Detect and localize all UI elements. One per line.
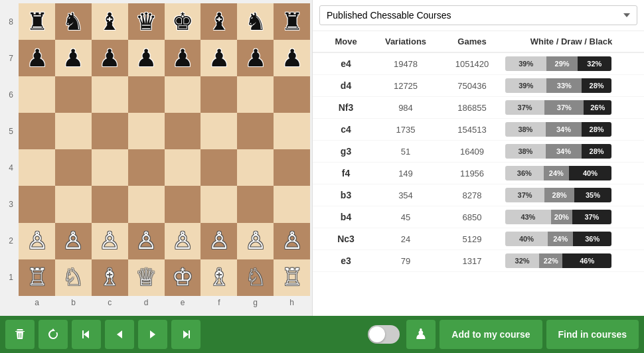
table-row[interactable]: d41272575043639%33%28%: [313, 75, 644, 97]
cell-g7[interactable]: ♟: [237, 40, 274, 76]
cell-d1[interactable]: ♕: [128, 259, 165, 296]
variations-8: 24: [372, 234, 439, 244]
cell-f8[interactable]: ♝: [201, 3, 237, 40]
piece-a1: ♖: [27, 265, 48, 289]
moves-table[interactable]: e419478105142039%29%32%d41272575043639%3…: [313, 53, 644, 316]
cell-d2[interactable]: ♙: [128, 223, 165, 259]
cell-h1[interactable]: ♖: [274, 259, 310, 296]
games-3: 154513: [439, 125, 505, 135]
cell-c7[interactable]: ♟: [92, 40, 128, 76]
first-move-button[interactable]: [72, 320, 101, 349]
cell-a4[interactable]: [19, 149, 55, 186]
cell-e1[interactable]: ♔: [165, 259, 201, 296]
cell-d4[interactable]: [128, 149, 165, 186]
find-in-courses-button[interactable]: Find in courses: [546, 320, 639, 349]
cell-f7[interactable]: ♟: [201, 40, 237, 76]
table-row[interactable]: g3511640938%34%28%: [313, 141, 644, 163]
cell-h7[interactable]: ♟: [274, 40, 310, 76]
next-move-button[interactable]: [138, 320, 167, 349]
cell-d7[interactable]: ♟: [128, 40, 165, 76]
cell-f1[interactable]: ♗: [201, 259, 237, 296]
table-row[interactable]: Nc324512940%24%36%: [313, 228, 644, 250]
book-button[interactable]: ♟: [406, 320, 436, 349]
cell-a3[interactable]: [19, 186, 55, 222]
cell-c5[interactable]: [92, 113, 128, 149]
cell-b3[interactable]: [55, 186, 92, 222]
cell-h3[interactable]: [274, 186, 310, 222]
table-header: Move Variations Games White / Draw / Bla…: [313, 31, 644, 53]
cell-g2[interactable]: ♙: [237, 223, 274, 259]
games-7: 6850: [439, 212, 505, 222]
variations-2: 984: [372, 103, 439, 113]
cell-g4[interactable]: [237, 149, 274, 186]
cell-b4[interactable]: [55, 149, 92, 186]
cell-f6[interactable]: [201, 76, 237, 113]
table-row[interactable]: b445685043%20%37%: [313, 206, 644, 228]
cell-c8[interactable]: ♝: [92, 3, 128, 40]
prev-move-button[interactable]: [105, 320, 134, 349]
right-panel: Published Chessable Courses My Courses A…: [312, 0, 644, 316]
cell-e3[interactable]: [165, 186, 201, 222]
cell-b5[interactable]: [55, 113, 92, 149]
refresh-button[interactable]: [39, 320, 68, 349]
cell-h6[interactable]: [274, 76, 310, 113]
variations-4: 51: [372, 147, 439, 157]
cell-e4[interactable]: [165, 149, 201, 186]
cell-h2[interactable]: ♙: [274, 223, 310, 259]
cell-g1[interactable]: ♘: [237, 259, 274, 296]
cell-g3[interactable]: [237, 186, 274, 222]
piece-h2: ♙: [282, 229, 303, 253]
cell-a6[interactable]: [19, 76, 55, 113]
cell-a8[interactable]: ♜: [19, 3, 55, 40]
cell-h8[interactable]: ♜: [274, 3, 310, 40]
cell-c6[interactable]: [92, 76, 128, 113]
last-move-button[interactable]: [171, 320, 201, 349]
cell-d3[interactable]: [128, 186, 165, 222]
cell-g8[interactable]: ♞: [237, 3, 274, 40]
corner-label: [3, 296, 19, 310]
cell-a5[interactable]: [19, 113, 55, 149]
toggle-switch[interactable]: [368, 325, 400, 344]
table-row[interactable]: f41491195636%24%40%: [313, 163, 644, 184]
cell-b2[interactable]: ♙: [55, 223, 92, 259]
cell-b6[interactable]: [55, 76, 92, 113]
cell-c1[interactable]: ♗: [92, 259, 128, 296]
delete-button[interactable]: [5, 320, 35, 349]
cell-h4[interactable]: [274, 149, 310, 186]
games-0: 1051420: [439, 59, 505, 69]
cell-b7[interactable]: ♟: [55, 40, 92, 76]
cell-c2[interactable]: ♙: [92, 223, 128, 259]
cell-a2[interactable]: ♙: [19, 223, 55, 259]
cell-e8[interactable]: ♚: [165, 3, 201, 40]
table-row[interactable]: e419478105142039%29%32%: [313, 53, 644, 75]
rank-label-5: 5: [3, 113, 19, 149]
table-row[interactable]: c4173515451338%34%28%: [313, 119, 644, 141]
cell-c3[interactable]: [92, 186, 128, 222]
cell-f5[interactable]: [201, 113, 237, 149]
cell-d6[interactable]: [128, 76, 165, 113]
cell-b1[interactable]: ♘: [55, 259, 92, 296]
table-row[interactable]: b3354827837%28%35%: [313, 184, 644, 206]
cell-d8[interactable]: ♛: [128, 3, 165, 40]
cell-e5[interactable]: [165, 113, 201, 149]
cell-e2[interactable]: ♙: [165, 223, 201, 259]
chess-board[interactable]: 8♜♞♝♛♚♝♞♜7♟♟♟♟♟♟♟♟65432♙♙♙♙♙♙♙♙1♖♘♗♕♔♗♘♖…: [3, 3, 310, 310]
cell-a7[interactable]: ♟: [19, 40, 55, 76]
cell-c4[interactable]: [92, 149, 128, 186]
add-to-course-button[interactable]: Add to my course: [440, 320, 542, 349]
cell-g6[interactable]: [237, 76, 274, 113]
cell-d5[interactable]: [128, 113, 165, 149]
cell-f4[interactable]: [201, 149, 237, 186]
table-row[interactable]: e379131732%22%46%: [313, 250, 644, 272]
cell-a1[interactable]: ♖: [19, 259, 55, 296]
cell-h5[interactable]: [274, 113, 310, 149]
course-dropdown[interactable]: Published Chessable Courses My Courses A…: [319, 5, 637, 25]
cell-g5[interactable]: [237, 113, 274, 149]
cell-e7[interactable]: ♟: [165, 40, 201, 76]
cell-e6[interactable]: [165, 76, 201, 113]
games-8: 5129: [439, 234, 505, 244]
cell-b8[interactable]: ♞: [55, 3, 92, 40]
table-row[interactable]: Nf398418685537%37%26%: [313, 97, 644, 119]
cell-f2[interactable]: ♙: [201, 223, 237, 259]
cell-f3[interactable]: [201, 186, 237, 222]
